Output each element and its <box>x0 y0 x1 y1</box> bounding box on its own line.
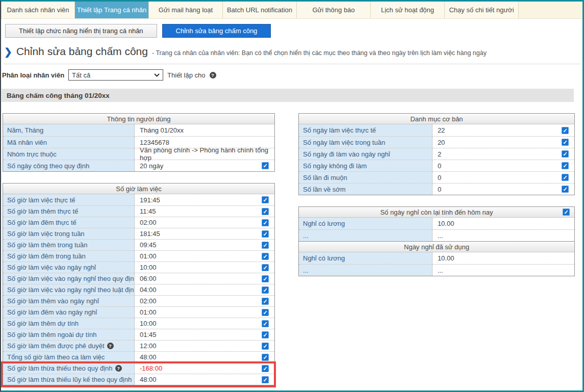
question-icon[interactable]: ? <box>115 365 122 372</box>
checkbox-checked[interactable]: ✓ <box>262 320 269 327</box>
table-row: Số giờ làm đêm thực tế02:00✓ <box>3 217 274 228</box>
tab[interactable]: Thiết lập Trang cá nhân <box>75 2 149 18</box>
checkbox-checked[interactable]: ✓ <box>262 242 269 249</box>
row-value: 02:00✓ <box>135 217 274 228</box>
row-label: Số giờ làm thừa thiếu theo quy định? <box>3 363 135 374</box>
row-value: 11:45✓ <box>135 206 274 217</box>
row-label-text: Số giờ làm thêm dự tính <box>7 320 79 327</box>
checkbox-checked[interactable]: ✓ <box>262 196 269 203</box>
checkbox-checked[interactable]: ✓ <box>562 139 569 146</box>
checkbox-checked[interactable]: ✓ <box>262 162 269 169</box>
row-label: Số ngày công theo quy định <box>3 160 135 171</box>
table-header: Danh mục cơ bản <box>299 114 574 124</box>
row-label: Số giờ làm việc vào ngày nghỉ theo quy đ… <box>3 273 135 284</box>
row-label: Số giờ làm thừa thiếu lũy kế theo quy đị… <box>3 374 135 385</box>
checkbox-checked[interactable]: ✓ <box>262 331 269 338</box>
employee-type-selected-value: Tất cả <box>72 71 90 79</box>
row-label: ... <box>299 230 433 241</box>
table-header: Ngày nghỉ đã sử dụng <box>299 242 574 252</box>
tab[interactable]: Danh sách nhân viên <box>1 2 75 18</box>
checkbox-checked[interactable]: ✓ <box>262 354 269 361</box>
row-label-text: Nghỉ có lương <box>303 220 345 227</box>
row-value-text: 01:00 <box>140 308 157 316</box>
checkbox-checked[interactable]: ✓ <box>262 219 269 226</box>
question-icon[interactable]: ? <box>210 72 216 79</box>
filter-row: Phân loại nhân viên Tất cả Thiết lập cho… <box>2 69 582 81</box>
row-label-text: Số giờ làm thừa thiếu theo quy định <box>7 364 113 372</box>
sub-tab-button[interactable]: Thiết lập chức năng hiển thị trang cá nh… <box>5 24 157 38</box>
row-value-text: 02:00 <box>140 297 157 305</box>
row-value: ... <box>433 230 574 241</box>
table-row: Số giờ làm thêm dự tính10:00✓ <box>3 318 274 329</box>
row-value: 20✓ <box>433 137 574 148</box>
checkbox-checked[interactable]: ✓ <box>262 309 269 316</box>
tab[interactable]: Batch URL notification <box>223 2 297 18</box>
checkbox-checked[interactable]: ✓ <box>563 208 570 216</box>
table-row: Số ngày công theo quy định20 ngày✓ <box>3 160 274 171</box>
row-value-text: 12:00 <box>140 342 157 350</box>
tab[interactable]: Gửi mail hàng loạt <box>149 2 223 18</box>
row-label: Số giờ làm đêm thực tế <box>3 217 135 228</box>
table-row: Nghỉ có lương10.00 <box>299 252 574 264</box>
row-label: Mã nhân viên <box>3 137 135 148</box>
checkbox-checked[interactable]: ✓ <box>262 376 269 383</box>
checkbox-checked[interactable]: ✓ <box>262 230 269 238</box>
row-label-text: Số giờ làm việc vào ngày nghỉ theo luật … <box>7 286 135 294</box>
row-label-text: Số giờ làm thêm được phê duyệt <box>7 342 105 350</box>
checkbox-checked[interactable]: ✓ <box>262 298 269 305</box>
row-value-text: 02:00 <box>140 219 157 226</box>
row-value-text: -168:00 <box>140 364 162 372</box>
checkbox-checked[interactable]: ✓ <box>262 264 269 271</box>
row-label: Số giờ làm việc trong tuần <box>3 228 135 239</box>
checkbox-checked[interactable]: ✓ <box>562 150 569 158</box>
tab[interactable]: Gửi thông báo <box>297 2 371 18</box>
table-row: Số giờ làm việc vào ngày nghỉ theo quy đ… <box>3 273 274 284</box>
table-row: Số giờ làm việc vào ngày nghỉ theo luật … <box>3 284 274 295</box>
row-value: 181:45✓ <box>135 228 274 239</box>
checkbox-checked[interactable]: ✓ <box>562 127 569 134</box>
row-label-text: Số lần về sớm <box>303 186 346 193</box>
employee-type-select[interactable]: Tất cả <box>68 69 163 81</box>
tab[interactable]: Chạy số chi tiết người <box>445 2 519 18</box>
row-label: Số giờ làm việc thực tế <box>3 194 135 205</box>
section-title: Bảng chấm công tháng 01/20xx <box>7 92 110 99</box>
row-label: ... <box>299 265 433 276</box>
checkbox-checked[interactable]: ✓ <box>562 186 569 193</box>
row-value-text: 10:00 <box>140 320 157 327</box>
row-value-text: 48:00 <box>140 376 157 383</box>
row-value: 01:00✓ <box>135 251 274 262</box>
row-label-text: Số giờ làm đêm thực tế <box>7 219 77 226</box>
leave-used-table: Ngày nghỉ đã sử dụng Nghỉ có lương10.00.… <box>298 241 575 276</box>
checkbox-checked[interactable]: ✓ <box>262 286 269 294</box>
row-value-text: 01:00 <box>140 252 157 260</box>
row-label-text: Số giờ làm thêm ngoài dự tính <box>7 331 97 338</box>
row-label-text: Số giờ làm việc trong tuần <box>7 230 85 238</box>
checkbox-checked[interactable]: ✓ <box>262 275 269 282</box>
table-row: Số giờ làm thêm vào ngày nghỉ02:00✓ <box>3 295 274 306</box>
row-value-text: 20 <box>438 139 445 146</box>
row-value-text: 12345678 <box>140 139 169 146</box>
checkbox-checked[interactable]: ✓ <box>262 253 269 260</box>
table-row: Số giờ làm thêm ngoài dự tính01:45✓ <box>3 329 274 340</box>
table-row: Số giờ làm thừa thiếu lũy kế theo quy đị… <box>3 374 274 385</box>
tab[interactable]: Lịch sử hoạt động <box>371 2 445 18</box>
checkbox-checked[interactable]: ✓ <box>562 174 569 181</box>
checkbox-checked[interactable]: ✓ <box>262 208 269 215</box>
row-label: Tổng số giờ làm theo ca làm việc <box>3 352 135 362</box>
question-icon[interactable]: ? <box>107 343 114 349</box>
checkbox-checked[interactable]: ✓ <box>562 162 569 169</box>
table-row: Nghỉ có lương10.00 <box>299 218 574 229</box>
tab-bar: Danh sách nhân viênThiết lập Trang cá nh… <box>1 2 582 19</box>
table-row: Số giờ làm việc thực tế191:45✓ <box>3 194 274 205</box>
sub-tab-button[interactable]: Chỉnh sửa bảng chấm công <box>162 24 271 38</box>
checkbox-checked[interactable]: ✓ <box>262 343 269 350</box>
row-label-text: Số ngày công theo quy định <box>7 162 89 170</box>
table-row: Năm, ThángTháng 01/20xx <box>3 124 274 136</box>
table-row: Nhóm trực thuộcVăn phòng chính -> Phòng … <box>3 148 274 160</box>
row-label: Số giờ làm thêm thực tế <box>3 206 135 217</box>
row-value-text: 191:45 <box>140 196 160 204</box>
row-value: Văn phòng chính -> Phòng hành chính tổng… <box>135 148 274 160</box>
row-label-text: Số ngày đi làm vào ngày nghỉ <box>303 150 390 158</box>
row-label-text: Số giờ làm đêm trong tuần <box>7 252 86 260</box>
checkbox-checked[interactable]: ✓ <box>262 365 269 372</box>
